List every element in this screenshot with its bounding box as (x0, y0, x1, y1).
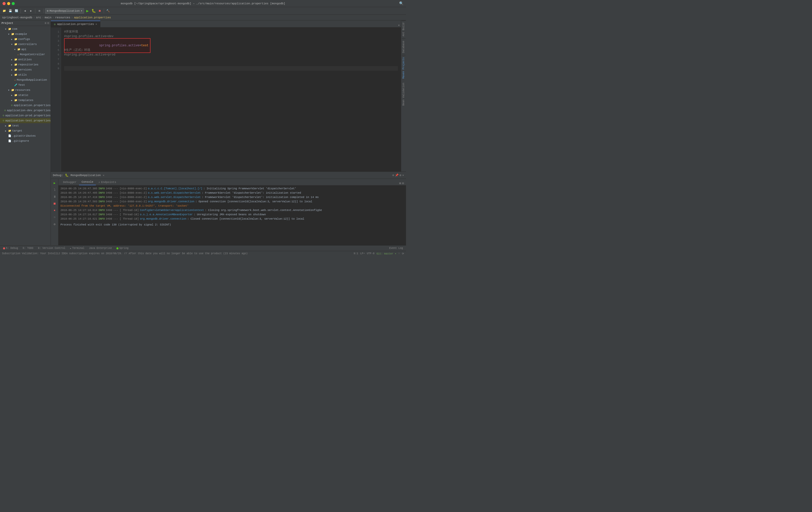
structure-btn[interactable]: ⊞ (37, 8, 42, 14)
resume-icon[interactable]: ▶ (52, 180, 58, 186)
line-separator[interactable]: LF÷ (360, 252, 365, 255)
tree-item-app-props[interactable]: ⚙ application.properties (0, 103, 51, 108)
stop-debug-icon[interactable]: ⏹ (52, 200, 58, 207)
tree-item-repositories[interactable]: 📁 repositories (0, 62, 51, 67)
sidebar-collapse-icon[interactable]: ⊟ (47, 21, 49, 25)
line-num-8: 8 (51, 61, 59, 66)
save-btn[interactable]: 💾 (8, 8, 13, 14)
tab-icon-prop: ⚙ (54, 23, 56, 26)
debug-settings-icon[interactable]: ⚙ (392, 173, 394, 177)
open-file-btn[interactable]: 📁 (2, 8, 7, 14)
breadcrumb-file[interactable]: application.properties (74, 16, 111, 19)
tree-label-dev-props: application-dev.properties (7, 109, 51, 112)
debug-btn[interactable]: 🐛 (91, 8, 96, 14)
tree-item-prod-props[interactable]: ⚙ application-prod.properties (0, 113, 51, 118)
tree-item-test-props[interactable]: ⚙ application-test.properties (0, 118, 51, 123)
console-icon2[interactable]: ⊟ (402, 182, 404, 185)
sidebar-settings-icon[interactable]: ⚙ (45, 21, 47, 25)
ant-build-panel-label[interactable]: Ant Build (402, 20, 405, 38)
git-branch[interactable]: Git: master ▾ (377, 252, 396, 255)
breadcrumb-resources[interactable]: resources (55, 16, 70, 19)
tree-item-templates[interactable]: 📁 templates (0, 98, 51, 103)
console-icon1[interactable]: ⊞ (399, 182, 401, 185)
tree-arrow-services (11, 69, 14, 71)
tab-application-properties[interactable]: ⚙ application.properties ✕ (51, 21, 100, 27)
debug-left-strip: ▶ ⤵ ⏸ ⏹ ● ○ ⚙ (51, 179, 58, 245)
back-btn[interactable]: ◀ (22, 8, 28, 14)
java-enterprise-footer-tab[interactable]: Java Enterprise (87, 246, 114, 251)
vcs-push-icon[interactable]: ↑ (398, 252, 400, 255)
spring-footer-tab[interactable]: Spring (114, 246, 130, 251)
code-key-4: spring.profiles.active (99, 44, 139, 47)
tree-item-test-folder[interactable]: 📁 test (0, 123, 51, 128)
pause-icon[interactable]: ⏸ (52, 194, 58, 200)
tree-item-services[interactable]: 📁 services (0, 67, 51, 72)
tree-item-com[interactable]: 📁 com (0, 26, 51, 31)
debug-session-close[interactable]: ✕ (103, 174, 104, 177)
tree-item-mongocontroller[interactable]: ☕ MongoController (0, 52, 51, 57)
debugger-tab[interactable]: Debugger (60, 179, 79, 185)
line-num-1: 1 (51, 29, 59, 34)
tree-item-utils[interactable]: 📁 utils (0, 72, 51, 77)
tree-item-controllers[interactable]: 📁 controllers (0, 42, 51, 47)
breadcrumb-main[interactable]: main (45, 16, 51, 19)
tab-close-icon[interactable]: ✕ (95, 23, 97, 26)
minimize-button[interactable] (7, 2, 10, 5)
tree-arrow-repositories (11, 63, 14, 66)
tree-item-resources[interactable]: 📁 resources (0, 87, 51, 92)
todo-footer-tab[interactable]: 6: TODO (21, 246, 35, 251)
tree-item-dev-props[interactable]: ⚙ application-dev.properties (0, 108, 51, 113)
database-panel-label[interactable]: Database (402, 38, 405, 55)
cursor-position[interactable]: 9:1 (354, 252, 358, 255)
stop-btn[interactable]: ⏹ (97, 8, 103, 14)
tree-item-gitattributes[interactable]: 📄 .gitattributes (0, 133, 51, 138)
debug-footer-tab[interactable]: 5: Debug (1, 246, 20, 251)
bean-validation-panel-label[interactable]: Bean Validation (402, 81, 405, 108)
tree-arrow-example (8, 33, 11, 35)
step-over-icon[interactable]: ⤵ (52, 187, 58, 193)
editor-code[interactable]: #开发环境 #spring.profiles.active=dev #测试环境 … (61, 27, 401, 171)
folder-icon-resources: 📁 (11, 88, 14, 91)
console-output[interactable]: 2018-06-25 14:26:47.305 INFO 3498 --- [n… (58, 186, 406, 245)
tree-item-entities[interactable]: 📁 entities (0, 57, 51, 62)
tree-label-entities: entities (18, 58, 32, 61)
debug-settings-icon2[interactable]: ⚙ (52, 221, 58, 227)
editor-chevron-icon[interactable]: ▾ (397, 23, 401, 27)
debug-pin-icon[interactable]: 📌 (395, 173, 399, 177)
debug-layout-icon[interactable]: ⊞ (400, 173, 401, 177)
tree-item-mongodbapp[interactable]: ☕ MongodbApplication (0, 77, 51, 82)
vcs-fetch-icon[interactable]: ⟳ (402, 252, 404, 255)
folder-icon-entities: 📁 (14, 58, 17, 61)
tree-item-configs[interactable]: 📁 configs (0, 37, 51, 42)
sync-btn[interactable]: 🔄 (14, 8, 19, 14)
build-btn[interactable]: 🔨 (105, 8, 111, 14)
terminal-footer-tab[interactable]: ▸ Terminal (68, 246, 86, 251)
maven-panel-label[interactable]: Maven Projects (402, 55, 405, 81)
maximize-button[interactable] (12, 2, 15, 5)
log-line-process: Process finished with exit code 130 (int… (60, 223, 404, 227)
status-message: Subscription Validation: Your IntelliJ I… (2, 252, 352, 255)
close-button[interactable] (3, 2, 6, 5)
tree-item-static[interactable]: 📁 static (0, 92, 51, 98)
search-icon[interactable]: 🔍 (399, 1, 403, 6)
debug-close-icon[interactable]: ✕ (402, 173, 404, 177)
view-breakpoints-icon[interactable]: ● (52, 207, 58, 214)
tree-item-test-class[interactable]: 🧪 Test (0, 82, 51, 87)
line-num-9: 9 (51, 66, 59, 71)
vcs-footer-tab[interactable]: 9: Version Control (36, 246, 67, 251)
breadcrumb-project[interactable]: springboot-mongodb (2, 16, 32, 19)
endpoints-tab[interactable]: ⚡ Endpoints (96, 179, 119, 185)
forward-btn[interactable]: ▶ (28, 8, 34, 14)
tree-item-gitignore[interactable]: 📄 .gitignore (0, 138, 51, 143)
run-config-dropdown[interactable]: ⚙ MongodbApplication ▾ (45, 8, 84, 14)
tree-item-example[interactable]: 📁 example (0, 31, 51, 37)
line-num-7: 7 (51, 57, 59, 61)
tree-item-api[interactable]: 📁 api (0, 47, 51, 52)
console-tab[interactable]: Console (79, 179, 96, 185)
tree-item-target[interactable]: 📁 target (0, 128, 51, 133)
run-btn[interactable]: ▶ (85, 8, 90, 14)
mute-breakpoints-icon[interactable]: ○ (52, 214, 58, 220)
event-log-tab[interactable]: Event Log (387, 246, 405, 251)
encoding[interactable]: UTF-8 (367, 252, 375, 255)
breadcrumb-src[interactable]: src (36, 16, 41, 19)
